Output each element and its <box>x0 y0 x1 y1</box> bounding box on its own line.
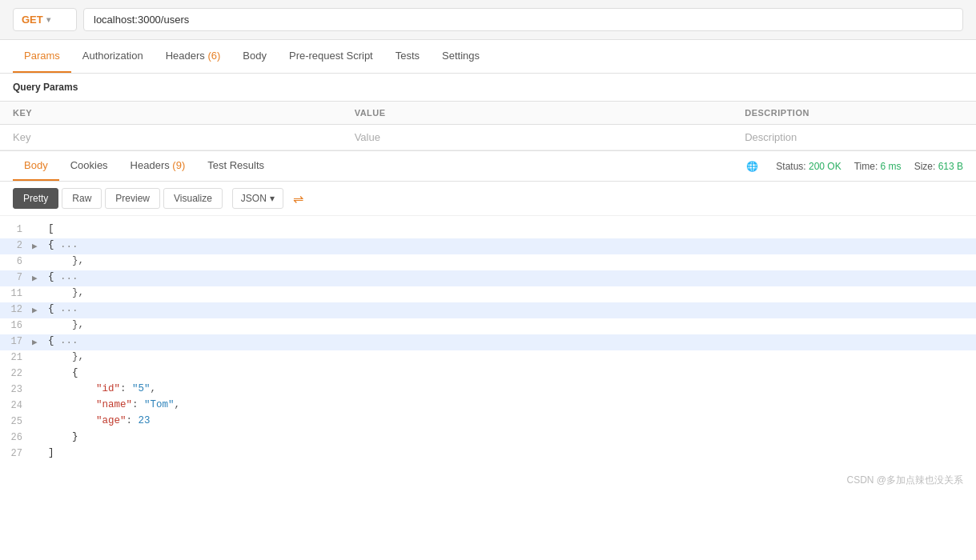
params-table: KEY VALUE DESCRIPTION Key Value Descript… <box>0 102 976 150</box>
params-row: Key Value Description <box>0 125 976 150</box>
format-visualize[interactable]: Visualize <box>163 188 223 209</box>
method-label: GET <box>22 14 43 26</box>
col-header-key: KEY <box>0 102 342 125</box>
query-params-header: Query Params <box>0 74 976 102</box>
code-toolbar: Pretty Raw Preview Visualize JSON ▾ ⇌ <box>0 182 976 216</box>
method-dropdown[interactable]: GET ▾ <box>13 8 77 31</box>
tab-prerequest[interactable]: Pre-request Script <box>278 40 384 73</box>
time-label: Time: 6 ms <box>854 161 902 172</box>
language-chevron: ▾ <box>270 193 275 204</box>
time-value: 6 ms <box>881 161 902 172</box>
toggle-17[interactable]: ▶ <box>32 335 45 347</box>
code-line-11: 11 }, <box>0 286 976 302</box>
response-status: 🌐 Status: 200 OK Time: 6 ms Size: 613 B <box>746 161 963 172</box>
code-line-22: 22 { <box>0 366 976 382</box>
code-line-23: 23 "id": "5", <box>0 382 976 398</box>
code-line-27: 27 ] <box>0 446 976 462</box>
code-view: 1 [ 2 ▶ { ... 6 }, 7 ▶ { ... 11 }, 12 ▶ … <box>0 216 976 469</box>
status-value: 200 OK <box>809 161 841 172</box>
toggle-2[interactable]: ▶ <box>32 239 45 251</box>
size-label: Size: 613 B <box>914 161 963 172</box>
response-tabs-bar: Body Cookies Headers (9) Test Results 🌐 … <box>0 150 976 182</box>
language-selector[interactable]: JSON ▾ <box>232 188 283 209</box>
code-line-25: 25 "age": 23 <box>0 414 976 430</box>
resp-tab-cookies[interactable]: Cookies <box>59 151 119 181</box>
format-raw[interactable]: Raw <box>62 188 102 209</box>
code-line-7: 7 ▶ { ... <box>0 270 976 286</box>
code-line-6: 6 }, <box>0 254 976 270</box>
toggle-12[interactable]: ▶ <box>32 303 45 315</box>
code-line-2: 2 ▶ { ... <box>0 238 976 254</box>
request-tabs: Params Authorization Headers (6) Body Pr… <box>0 40 976 74</box>
tab-settings[interactable]: Settings <box>431 40 491 73</box>
format-preview[interactable]: Preview <box>105 188 160 209</box>
param-key-input[interactable]: Key <box>0 125 342 150</box>
resp-tab-testresults[interactable]: Test Results <box>196 151 275 181</box>
resp-tab-headers[interactable]: Headers (9) <box>119 151 197 181</box>
method-chevron: ▾ <box>46 15 50 24</box>
toggle-7[interactable]: ▶ <box>32 271 45 283</box>
col-header-value: VALUE <box>342 102 733 125</box>
globe-icon: 🌐 <box>746 161 758 172</box>
code-line-24: 24 "name": "Tom", <box>0 398 976 414</box>
resp-tab-body[interactable]: Body <box>13 151 59 181</box>
param-value-input[interactable]: Value <box>342 125 733 150</box>
code-line-16: 16 }, <box>0 318 976 334</box>
code-line-12: 12 ▶ { ... <box>0 302 976 318</box>
tab-headers-req[interactable]: Headers (6) <box>155 40 232 73</box>
wrap-icon[interactable]: ⇌ <box>293 191 303 206</box>
url-input[interactable] <box>83 8 963 31</box>
resp-tabs-left: Body Cookies Headers (9) Test Results <box>13 151 746 181</box>
code-line-1: 1 [ <box>0 222 976 238</box>
url-bar: GET ▾ <box>0 0 976 40</box>
code-line-17: 17 ▶ { ... <box>0 334 976 350</box>
size-value: 613 B <box>938 161 963 172</box>
format-pretty[interactable]: Pretty <box>13 188 58 209</box>
tab-body[interactable]: Body <box>231 40 278 73</box>
tab-authorization[interactable]: Authorization <box>71 40 155 73</box>
watermark: CSDN @多加点辣也没关系 <box>0 469 976 492</box>
code-line-26: 26 } <box>0 430 976 446</box>
param-desc-input[interactable]: Description <box>732 125 976 150</box>
tab-params[interactable]: Params <box>13 40 71 73</box>
col-header-desc: DESCRIPTION <box>732 102 976 125</box>
status-label: Status: 200 OK <box>776 161 841 172</box>
language-label: JSON <box>241 193 267 204</box>
code-line-21: 21 }, <box>0 350 976 366</box>
tab-tests[interactable]: Tests <box>384 40 431 73</box>
